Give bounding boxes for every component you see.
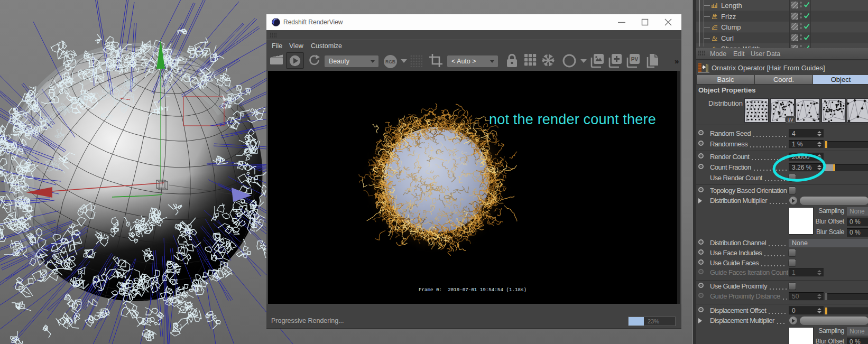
- svg-text:PV: PV: [631, 57, 639, 62]
- svg-text:RGB: RGB: [385, 59, 395, 64]
